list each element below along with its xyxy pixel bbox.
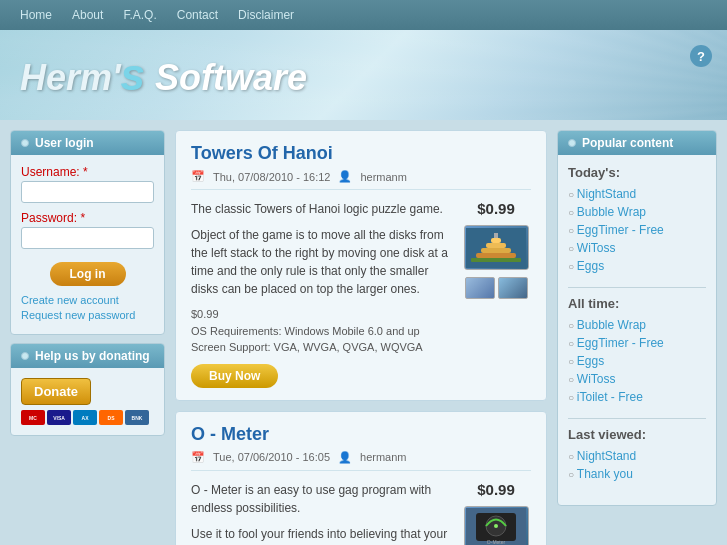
today-link-2[interactable]: EggTimer - Free bbox=[577, 223, 664, 237]
article-title-1: Towers Of Hanoi bbox=[191, 143, 531, 164]
today-link-4[interactable]: Eggs bbox=[577, 259, 604, 273]
panel-dot-donate bbox=[21, 352, 29, 360]
article-meta-2: 📅 Tue, 07/06/2010 - 16:05 👤 hermanm bbox=[191, 451, 531, 471]
popular-panel-title: Popular content bbox=[582, 136, 673, 150]
bank-icon: BNK bbox=[125, 410, 149, 425]
article-body-text-2: Use it to fool your friends into believi… bbox=[191, 525, 451, 546]
popular-panel-header: Popular content bbox=[558, 131, 716, 155]
login-button[interactable]: Log in bbox=[50, 262, 126, 286]
logo-s: s bbox=[121, 50, 145, 99]
lastviewed-section: Last viewed: NightStand Thank you bbox=[568, 427, 706, 483]
nav-faq[interactable]: F.A.Q. bbox=[123, 8, 156, 22]
article-meta-1: 📅 Thu, 07/08/2010 - 16:12 👤 hermanm bbox=[191, 170, 531, 190]
divider-2 bbox=[568, 418, 706, 419]
list-item: NightStand bbox=[568, 447, 706, 465]
nav-about[interactable]: About bbox=[72, 8, 103, 22]
nav-contact[interactable]: Contact bbox=[177, 8, 218, 22]
alltime-title: All time: bbox=[568, 296, 706, 311]
list-item: WiToss bbox=[568, 370, 706, 388]
popular-panel-body: Today's: NightStand Bubble Wrap EggTimer… bbox=[558, 155, 716, 505]
site-logo: Herm's Software bbox=[20, 50, 307, 100]
today-link-1[interactable]: Bubble Wrap bbox=[577, 205, 646, 219]
lastviewed-list: NightStand Thank you bbox=[568, 447, 706, 483]
article-author-1: hermanm bbox=[360, 171, 406, 183]
list-item: NightStand bbox=[568, 185, 706, 203]
article-main-image-2: O-Meter bbox=[464, 506, 529, 546]
article-title-2: O - Meter bbox=[191, 424, 531, 445]
payment-icons: MC VISA AX DS BNK bbox=[21, 410, 154, 425]
logo-software: Software bbox=[145, 57, 307, 98]
today-title: Today's: bbox=[568, 165, 706, 180]
svg-text:O-Meter: O-Meter bbox=[487, 539, 506, 545]
discover-icon: DS bbox=[99, 410, 123, 425]
buy-button-1[interactable]: Buy Now bbox=[191, 364, 278, 388]
article-body-1: The classic Towers of Hanoi logic puzzle… bbox=[191, 200, 531, 388]
user-icon: 👤 bbox=[338, 170, 352, 183]
svg-rect-3 bbox=[476, 253, 516, 258]
alltime-link-2[interactable]: Eggs bbox=[577, 354, 604, 368]
svg-rect-6 bbox=[491, 238, 501, 243]
today-link-0[interactable]: NightStand bbox=[577, 187, 636, 201]
login-panel-header: User login bbox=[11, 131, 164, 155]
article-price-1: $0.99 bbox=[477, 200, 515, 217]
create-account-link[interactable]: Create new account bbox=[21, 294, 154, 306]
logo-herm: Herm' bbox=[20, 57, 121, 98]
site-header: Herm's Software ? bbox=[0, 30, 727, 120]
article-text-1: The classic Towers of Hanoi logic puzzle… bbox=[191, 200, 451, 388]
login-panel-title: User login bbox=[35, 136, 94, 150]
donate-panel: Help us by donating Donate MC VISA AX DS… bbox=[10, 343, 165, 436]
article-thumb-1a bbox=[465, 277, 495, 299]
sidebar-right: Popular content Today's: NightStand Bubb… bbox=[557, 130, 717, 506]
list-item: Thank you bbox=[568, 465, 706, 483]
article-o-meter: O - Meter 📅 Tue, 07/06/2010 - 16:05 👤 he… bbox=[175, 411, 547, 546]
alltime-link-4[interactable]: iToilet - Free bbox=[577, 390, 643, 404]
lastviewed-title: Last viewed: bbox=[568, 427, 706, 442]
article-body-text-1: Object of the game is to move all the di… bbox=[191, 226, 451, 298]
nav-disclaimer[interactable]: Disclaimer bbox=[238, 8, 294, 22]
donate-panel-header: Help us by donating bbox=[11, 344, 164, 368]
article-thumb-1b bbox=[498, 277, 528, 299]
calendar-icon-2: 📅 bbox=[191, 451, 205, 464]
alltime-link-3[interactable]: WiToss bbox=[577, 372, 616, 386]
article-text-2: O - Meter is an easy to use gag program … bbox=[191, 481, 451, 546]
article-images-1: $0.99 bbox=[461, 200, 531, 388]
login-links: Create new account Request new password bbox=[21, 294, 154, 321]
article-author-2: hermanm bbox=[360, 451, 406, 463]
password-input[interactable] bbox=[21, 227, 154, 249]
user-login-panel: User login Username: * Password: * Log i… bbox=[10, 130, 165, 335]
nav-home[interactable]: Home bbox=[20, 8, 52, 22]
donate-panel-title: Help us by donating bbox=[35, 349, 150, 363]
panel-dot bbox=[21, 139, 29, 147]
visa-icon: VISA bbox=[47, 410, 71, 425]
calendar-icon: 📅 bbox=[191, 170, 205, 183]
article-desc-1: The classic Towers of Hanoi logic puzzle… bbox=[191, 200, 451, 218]
username-label: Username: * bbox=[21, 165, 154, 179]
alltime-link-0[interactable]: Bubble Wrap bbox=[577, 318, 646, 332]
list-item: Bubble Wrap bbox=[568, 316, 706, 334]
svg-rect-1 bbox=[471, 258, 521, 262]
divider-1 bbox=[568, 287, 706, 288]
popular-content-panel: Popular content Today's: NightStand Bubb… bbox=[557, 130, 717, 506]
panel-dot-popular bbox=[568, 139, 576, 147]
list-item: Bubble Wrap bbox=[568, 203, 706, 221]
article-body-2: O - Meter is an easy to use gag program … bbox=[191, 481, 531, 546]
password-label: Password: * bbox=[21, 211, 154, 225]
article-images-2: $0.99 O-Meter bbox=[461, 481, 531, 546]
donate-button[interactable]: Donate bbox=[21, 378, 91, 405]
help-icon[interactable]: ? bbox=[690, 45, 712, 67]
svg-point-10 bbox=[494, 524, 498, 528]
lastviewed-link-0[interactable]: NightStand bbox=[577, 449, 636, 463]
alltime-list: Bubble Wrap EggTimer - Free Eggs WiToss … bbox=[568, 316, 706, 406]
today-link-3[interactable]: WiToss bbox=[577, 241, 616, 255]
alltime-link-1[interactable]: EggTimer - Free bbox=[577, 336, 664, 350]
donate-panel-body: Donate MC VISA AX DS BNK bbox=[11, 368, 164, 435]
article-date-2: Tue, 07/06/2010 - 16:05 bbox=[213, 451, 330, 463]
list-item: WiToss bbox=[568, 239, 706, 257]
user-icon-2: 👤 bbox=[338, 451, 352, 464]
mastercard-icon: MC bbox=[21, 410, 45, 425]
request-password-link[interactable]: Request new password bbox=[21, 309, 154, 321]
lastviewed-link-1[interactable]: Thank you bbox=[577, 467, 633, 481]
article-requirements-1: $0.99OS Requirements: Windows Mobile 6.0… bbox=[191, 306, 451, 356]
username-input[interactable] bbox=[21, 181, 154, 203]
article-date-1: Thu, 07/08/2010 - 16:12 bbox=[213, 171, 330, 183]
